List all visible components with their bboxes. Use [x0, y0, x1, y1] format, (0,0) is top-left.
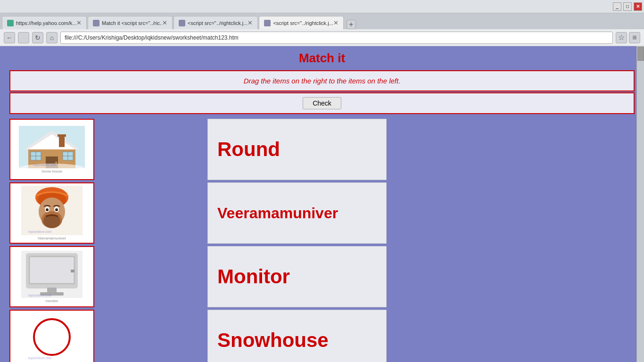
svg-text:toysondoor.com: toysondoor.com [33, 163, 57, 167]
word-card-veeramamuniver[interactable]: Veeramamuniver [207, 182, 387, 244]
address-text: file:///C:/Users/Krishiga/Desktop/iqkids… [65, 34, 239, 41]
image-card-person-inner: toysondoor.com Veeramamuniver [10, 183, 93, 243]
snowhouse-label: Snow house [41, 169, 62, 173]
address-bar[interactable]: file:///C:/Users/Krishiga/Desktop/iqkids… [60, 32, 613, 44]
svg-point-25 [55, 208, 58, 211]
image-card-circle[interactable]: toysondoor.com Round [9, 310, 94, 362]
check-button[interactable]: Check [303, 97, 341, 109]
person-label: Veeramamuniver [38, 236, 66, 240]
match-area: toysondoor.com Snow house [9, 119, 635, 362]
minimize-button[interactable]: _ [613, 2, 621, 11]
svg-point-24 [46, 208, 49, 211]
check-bar: Check [9, 92, 635, 114]
forward-button[interactable]: → [18, 32, 29, 43]
image-card-person[interactable]: toysondoor.com Veeramamuniver [9, 182, 94, 244]
back-button[interactable]: ← [4, 32, 15, 43]
tab-label-2: Match it <script src="../ric... [102, 20, 162, 26]
word-label-round: Round [217, 138, 280, 161]
word-label-monitor: Monitor [217, 265, 290, 288]
tab-4[interactable]: <script src="../rightclick.j... ✕ [259, 16, 343, 29]
word-label-veeramamuniver: Veeramamuniver [217, 205, 338, 222]
image-card-snowhouse[interactable]: toysondoor.com Snow house [9, 119, 94, 180]
tab-label-3: <script src="../rightclick.j... [188, 20, 248, 26]
new-tab-button[interactable]: + [347, 20, 356, 29]
left-column: toysondoor.com Snow house [9, 119, 104, 362]
tab-label-4: <script src="../rightclick.j... [273, 20, 333, 26]
tab-favicon-1 [7, 20, 14, 26]
tab-close-4[interactable]: ✕ [333, 19, 339, 26]
tab-label-1: https://help.yahoo.com/k... [16, 20, 76, 26]
svg-text:toysondoor.com: toysondoor.com [28, 230, 52, 234]
image-card-monitor-inner: toysondoor.com monitor [10, 247, 93, 306]
tab-1[interactable]: https://help.yahoo.com/k... ✕ [2, 16, 87, 29]
nav-right: ☆ ≡ [616, 32, 640, 43]
home-button[interactable]: ⌂ [46, 32, 58, 43]
image-card-circle-inner: toysondoor.com Round [10, 311, 93, 362]
tab-close-3[interactable]: ✕ [248, 19, 253, 26]
close-button[interactable]: ✕ [634, 2, 642, 11]
monitor-svg: toysondoor.com [21, 251, 83, 298]
svg-rect-5 [58, 134, 66, 137]
window-controls: _ □ ✕ [613, 2, 642, 11]
snowhouse-svg: toysondoor.com [19, 126, 85, 168]
person-svg: toysondoor.com [21, 186, 83, 235]
svg-rect-32 [47, 288, 57, 292]
svg-rect-34 [71, 270, 74, 272]
page-content: Match it Drag the items on the right to … [0, 46, 644, 362]
tab-3[interactable]: <script src="../rightclick.j... ✕ [173, 16, 258, 29]
instruction-box: Drag the items on the right to the items… [9, 70, 635, 91]
title-bar: _ □ ✕ [0, 0, 644, 13]
maximize-button[interactable]: □ [623, 2, 632, 11]
image-card-snowhouse-inner: toysondoor.com Snow house [10, 120, 93, 179]
tab-favicon-2 [93, 20, 99, 26]
svg-text:toysondoor.com: toysondoor.com [28, 356, 52, 360]
right-column: Round Veeramamuniver Monitor Snowhouse [207, 119, 387, 362]
svg-rect-4 [59, 135, 65, 147]
instruction-text: Drag the items on the right to the items… [10, 71, 634, 90]
tab-2[interactable]: Match it <script src="../ric... ✕ [88, 16, 173, 29]
scrollbar-thumb[interactable] [637, 47, 644, 61]
tab-favicon-4 [264, 20, 271, 26]
refresh-button[interactable]: ↻ [32, 32, 43, 43]
settings-button[interactable]: ≡ [629, 32, 640, 43]
word-card-round[interactable]: Round [207, 119, 387, 180]
word-card-snowhouse[interactable]: Snowhouse [207, 310, 387, 362]
svg-text:toysondoor.com: toysondoor.com [28, 294, 52, 297]
scrollbar[interactable] [636, 46, 644, 362]
nav-bar: ← → ↻ ⌂ file:///C:/Users/Krishiga/Deskto… [0, 29, 644, 46]
page-title: Match it [9, 51, 635, 66]
monitor-label: monitor [46, 299, 58, 303]
tab-favicon-3 [179, 20, 185, 26]
tab-close-1[interactable]: ✕ [76, 19, 82, 26]
circle-svg: toysondoor.com [24, 314, 80, 362]
image-card-monitor[interactable]: toysondoor.com monitor [9, 246, 94, 307]
word-label-snowhouse: Snowhouse [217, 329, 329, 352]
svg-rect-31 [31, 258, 73, 282]
word-card-monitor[interactable]: Monitor [207, 246, 387, 307]
tab-close-2[interactable]: ✕ [162, 19, 167, 26]
tabs-bar: https://help.yahoo.com/k... ✕ Match it <… [0, 13, 644, 29]
bookmark-button[interactable]: ☆ [616, 32, 627, 43]
